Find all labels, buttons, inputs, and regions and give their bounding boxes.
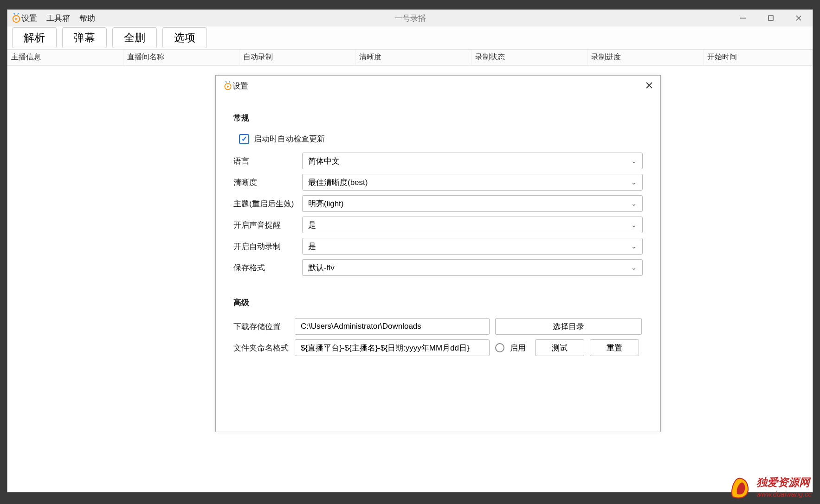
download-path-label: 下载存储位置 [233,321,289,332]
download-path-input[interactable] [295,318,490,335]
autorec-select[interactable]: 是 ⌄ [302,238,643,255]
autorec-label: 开启自动录制 [233,241,302,252]
dialog-title: 设置 [232,81,248,91]
watermark-url: www.duaiwang.cc [756,490,812,499]
close-button[interactable] [785,10,813,26]
options-button[interactable]: 选项 [162,27,207,48]
folder-format-label: 文件夹命名格式 [233,343,289,353]
app-icon [223,81,232,90]
col-auto-record[interactable]: 自动录制 [239,50,355,65]
section-advanced: 高级 [233,297,643,308]
delete-all-button[interactable]: 全删 [112,27,157,48]
app-icon [11,13,21,23]
dialog-close-button[interactable] [646,81,653,91]
quality-select[interactable]: 最佳清晰度(best) ⌄ [302,174,643,191]
sound-label: 开启声音提醒 [233,220,302,230]
col-start-time[interactable]: 开始时间 [704,50,813,65]
language-value: 简体中文 [308,156,340,166]
dialog-body: 常规 ✓ 启动时自动检查更新 语言 简体中文 ⌄ 清晰 [216,96,660,370]
table-header: 主播信息 直播间名称 自动录制 清晰度 录制状态 录制进度 开始时间 [7,50,813,65]
chevron-down-icon: ⌄ [631,157,637,165]
col-quality[interactable]: 清晰度 [355,50,471,65]
autorec-value: 是 [308,241,316,252]
menu-help[interactable]: 帮助 [79,13,95,24]
watermark-title: 独爱资源网 [756,476,812,490]
check-icon: ✓ [241,134,247,143]
watermark-logo-icon [728,475,752,499]
menu-settings[interactable]: 设置 [21,13,37,24]
chevron-down-icon: ⌄ [631,200,637,207]
check-update-checkbox[interactable]: ✓ [239,134,249,144]
chevron-down-icon: ⌄ [631,264,637,271]
theme-select[interactable]: 明亮(light) ⌄ [302,195,643,212]
language-select[interactable]: 简体中文 ⌄ [302,153,643,169]
main-window: 设置 工具箱 帮助 一号录播 解析 弹幕 全删 选项 主播信息 直播间名称 自动… [7,9,813,492]
check-update-row: ✓ 启动时自动检查更新 [233,134,643,144]
language-label: 语言 [233,156,302,166]
menu-toolbox[interactable]: 工具箱 [46,13,70,24]
window-controls [729,10,813,26]
settings-dialog: 设置 常规 ✓ 启动时自动检查更新 语言 [215,75,661,432]
format-select[interactable]: 默认-flv ⌄ [302,259,643,276]
choose-dir-button[interactable]: 选择目录 [495,318,642,335]
titlebar: 设置 工具箱 帮助 一号录播 [7,10,813,26]
maximize-button[interactable] [757,10,785,26]
col-anchor-info[interactable]: 主播信息 [7,50,123,65]
chevron-down-icon: ⌄ [631,221,637,229]
chevron-down-icon: ⌄ [631,179,637,186]
folder-format-input[interactable] [295,339,490,356]
minimize-button[interactable] [729,10,757,26]
quality-label: 清晰度 [233,177,302,188]
format-value: 默认-flv [308,262,335,273]
reset-button[interactable]: 重置 [590,339,639,356]
chevron-down-icon: ⌄ [631,242,637,250]
col-room-name[interactable]: 直播间名称 [123,50,239,65]
theme-value: 明亮(light) [308,198,344,209]
window-title: 一号录播 [394,13,426,24]
enable-radio[interactable] [495,343,504,352]
test-button[interactable]: 测试 [535,339,584,356]
sound-select[interactable]: 是 ⌄ [302,217,643,233]
format-label: 保存格式 [233,262,302,273]
svg-rect-7 [768,16,773,20]
section-general: 常规 [233,113,643,123]
col-record-status[interactable]: 录制状态 [471,50,588,65]
enable-label: 启用 [510,343,526,353]
quality-value: 最佳清晰度(best) [308,177,368,188]
watermark: 独爱资源网 www.duaiwang.cc [728,475,812,499]
sound-value: 是 [308,220,316,230]
check-update-label: 启动时自动检查更新 [254,134,325,144]
dialog-header: 设置 [216,76,660,96]
svg-marker-11 [227,85,229,88]
content-area: 设置 常规 ✓ 启动时自动检查更新 语言 [7,65,813,492]
parse-button[interactable]: 解析 [12,27,57,48]
theme-label: 主题(重启后生效) [233,198,302,209]
col-record-progress[interactable]: 录制进度 [588,50,704,65]
toolbar: 解析 弹幕 全删 选项 [7,26,813,50]
danmu-button[interactable]: 弹幕 [62,27,107,48]
svg-marker-1 [15,18,18,20]
